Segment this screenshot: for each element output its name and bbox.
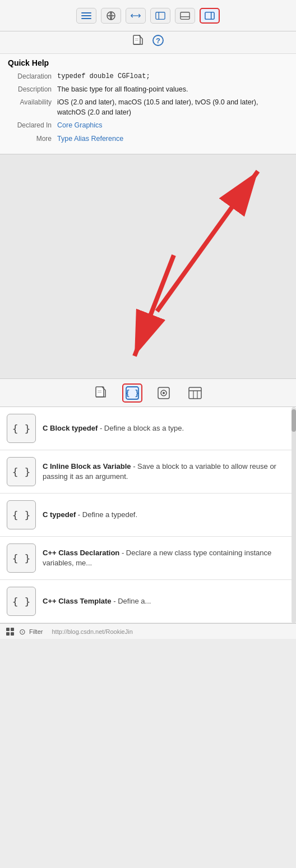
filter-icon: ⊙: [19, 627, 26, 636]
list-item[interactable]: { } C Inline Block as Variable - Save a …: [0, 450, 296, 494]
link-button[interactable]: [101, 8, 121, 24]
top-toolbar: [0, 0, 296, 31]
snippet-desc-1: - Define a block as a type.: [100, 424, 184, 432]
snippet-list-container: { } C Block typedef - Define a block as …: [0, 407, 296, 623]
svg-rect-20: [96, 387, 104, 397]
declared-in-label: Declared In: [8, 121, 57, 129]
snippet-text-5: C++ Class Template - Define a...: [43, 596, 289, 606]
availability-label: Availability: [8, 98, 57, 106]
code-block-icon-5: { }: [7, 587, 36, 616]
quick-help-title: Quick Help: [0, 54, 296, 70]
svg-rect-35: [11, 632, 14, 636]
file-snippet-button[interactable]: [91, 383, 111, 403]
sidebar-right-button[interactable]: [200, 8, 220, 24]
snippet-title-1: C Block typedef: [43, 424, 98, 432]
snippet-list: { } C Block typedef - Define a block as …: [0, 407, 296, 623]
svg-point-27: [163, 392, 165, 394]
list-item[interactable]: { } C++ Class Template - Define a...: [0, 580, 296, 623]
sidebar-bottom-button[interactable]: [175, 8, 195, 24]
code-snippet-button[interactable]: { }: [122, 383, 142, 403]
scrollbar-thumb[interactable]: [292, 409, 296, 432]
snippet-desc-5: - Define a...: [113, 597, 151, 605]
quick-help-panel: Quick Help Declaration typedef double CG…: [0, 54, 296, 154]
quick-help-icons-row: ?: [0, 31, 296, 54]
svg-rect-6: [156, 12, 165, 19]
declaration-row: Declaration typedef double CGFloat;: [8, 72, 288, 81]
declaration-value: typedef double CGFloat;: [57, 72, 288, 81]
core-graphics-link[interactable]: Core Graphics: [57, 121, 103, 129]
table-snippet-button[interactable]: [185, 383, 205, 403]
more-row: More Type Alias Reference: [8, 134, 288, 144]
quick-help-table: Declaration typedef double CGFloat; Desc…: [0, 70, 296, 154]
bottom-icon-bar: { }: [0, 379, 296, 407]
svg-line-18: [157, 171, 258, 311]
availability-row: Availability iOS (2.0 and later), macOS …: [8, 98, 288, 117]
empty-editor-area: [0, 154, 296, 379]
object-snippet-button[interactable]: [154, 383, 174, 403]
scrollbar-track[interactable]: [292, 407, 296, 623]
svg-text:?: ?: [156, 36, 160, 45]
navigate-button[interactable]: [126, 8, 146, 24]
svg-rect-28: [189, 387, 201, 399]
status-bar: ⊙ Filter http://blog.csdn.net/RookieJin: [0, 623, 296, 639]
svg-line-19: [135, 255, 174, 357]
svg-rect-10: [205, 12, 214, 19]
declared-in-value[interactable]: Core Graphics: [57, 121, 288, 131]
snippet-title-3: C typedef: [43, 510, 76, 519]
url-text: http://blog.csdn.net/RookieJin: [52, 628, 132, 635]
code-block-icon-3: { }: [7, 500, 36, 529]
declared-in-row: Declared In Core Graphics: [8, 121, 288, 131]
declaration-label: Declaration: [8, 72, 57, 80]
list-item[interactable]: { } C Block typedef - Define a block as …: [0, 407, 296, 450]
snippet-text-1: C Block typedef - Define a block as a ty…: [43, 423, 289, 433]
description-value: The basic type for all floating-point va…: [57, 85, 288, 95]
code-block-icon-2: { }: [7, 457, 36, 486]
svg-rect-12: [133, 35, 140, 44]
filter-label[interactable]: Filter: [29, 628, 43, 635]
availability-value: iOS (2.0 and later), macOS (10.5 and lat…: [57, 98, 288, 117]
code-block-icon-4: { }: [7, 543, 36, 573]
code-block-icon: { }: [7, 414, 36, 443]
snippet-title-4: C++ Class Declaration: [43, 549, 119, 557]
snippet-text-2: C Inline Block as Variable - Save a bloc…: [43, 462, 289, 482]
svg-text:{ }: { }: [126, 389, 139, 398]
sidebar-left-button[interactable]: [150, 8, 170, 24]
svg-rect-8: [181, 12, 189, 19]
file-doc-icon[interactable]: [132, 35, 144, 50]
grid-view-icon[interactable]: [6, 627, 15, 636]
arrows-overlay: [0, 154, 296, 378]
snippet-title-5: C++ Class Template: [43, 597, 112, 605]
snippet-title-2: C Inline Block as Variable: [43, 462, 131, 470]
svg-rect-33: [11, 628, 14, 631]
align-text-button[interactable]: [76, 8, 96, 24]
list-item[interactable]: { } C typedef - Define a typedef.: [0, 494, 296, 537]
more-value[interactable]: Type Alias Reference: [57, 134, 288, 144]
more-label: More: [8, 134, 57, 143]
description-label: Description: [8, 85, 57, 93]
description-row: Description The basic type for all float…: [8, 85, 288, 95]
type-alias-reference-link[interactable]: Type Alias Reference: [57, 135, 123, 143]
snippet-text-3: C typedef - Define a typedef.: [43, 510, 289, 520]
svg-rect-32: [6, 628, 10, 631]
snippet-desc-3: - Define a typedef.: [78, 510, 137, 519]
snippet-text-4: C++ Class Declaration - Declare a new cl…: [43, 548, 289, 568]
svg-rect-34: [6, 632, 10, 636]
list-item[interactable]: { } C++ Class Declaration - Declare a ne…: [0, 537, 296, 580]
help-circle-icon[interactable]: ?: [152, 35, 164, 50]
